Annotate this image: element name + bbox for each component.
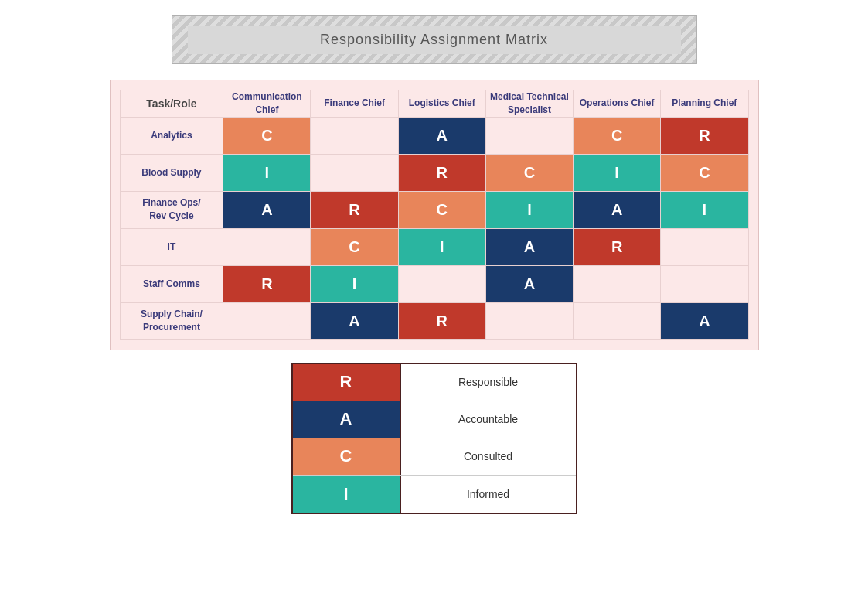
- col-header-4: Operations Chief: [574, 90, 661, 118]
- title-container: Responsibility Assignment Matrix: [172, 15, 697, 64]
- legend-label-a: Accountable: [401, 401, 576, 438]
- cell-2-5: I: [661, 191, 748, 228]
- cell-2-3: I: [485, 191, 573, 228]
- cell-5-1: A: [311, 302, 398, 339]
- cell-3-3: A: [485, 228, 573, 265]
- matrix-container: Task/Role Communication Chief Finance Ch…: [110, 80, 759, 350]
- legend-code-r: R: [293, 364, 401, 401]
- legend-label-r: Responsible: [401, 364, 576, 401]
- cell-5-0: [223, 302, 311, 339]
- legend-code-i: I: [293, 476, 401, 513]
- col-header-0: Communication Chief: [223, 90, 311, 118]
- cell-5-2: R: [398, 302, 485, 339]
- table-row: Supply Chain/ ProcurementARA: [120, 302, 748, 339]
- cell-1-3: C: [485, 154, 573, 191]
- cell-4-5: [661, 265, 748, 302]
- col-header-1: Finance Chief: [311, 90, 398, 118]
- cell-2-4: A: [574, 191, 661, 228]
- cell-2-2: C: [398, 191, 485, 228]
- table-row: Finance Ops/ Rev CycleARCIAI: [120, 191, 748, 228]
- cell-0-2: A: [398, 117, 485, 154]
- table-row: Blood SupplyIRCIC: [120, 154, 748, 191]
- cell-1-4: I: [574, 154, 661, 191]
- cell-3-2: I: [398, 228, 485, 265]
- cell-1-1: [311, 154, 398, 191]
- raci-table: Task/Role Communication Chief Finance Ch…: [120, 90, 749, 340]
- cell-2-1: R: [311, 191, 398, 228]
- legend-row-c: CConsulted: [293, 438, 576, 476]
- cell-0-4: C: [574, 117, 661, 154]
- cell-0-5: R: [661, 117, 748, 154]
- cell-1-0: I: [223, 154, 311, 191]
- legend-row-a: AAccountable: [293, 401, 576, 438]
- cell-2-0: A: [223, 191, 311, 228]
- row-label-3: IT: [120, 228, 223, 265]
- page-title: Responsibility Assignment Matrix: [320, 32, 548, 47]
- cell-3-1: C: [311, 228, 398, 265]
- table-row: Staff CommsRIA: [120, 265, 748, 302]
- cell-0-3: [485, 117, 573, 154]
- row-label-2: Finance Ops/ Rev Cycle: [120, 191, 223, 228]
- cell-0-1: [311, 117, 398, 154]
- cell-5-3: [485, 302, 573, 339]
- cell-4-3: A: [485, 265, 573, 302]
- cell-3-4: R: [574, 228, 661, 265]
- legend-container: RResponsibleAAccountableCConsultedIInfor…: [291, 363, 577, 514]
- legend-row-i: IInformed: [293, 476, 576, 513]
- row-label-4: Staff Comms: [120, 265, 223, 302]
- legend-label-i: Informed: [401, 476, 576, 513]
- cell-1-2: R: [398, 154, 485, 191]
- cell-4-4: [574, 265, 661, 302]
- table-row: ITCIAR: [120, 228, 748, 265]
- col-header-3: Medical Technical Specialist: [485, 90, 573, 118]
- row-label-1: Blood Supply: [120, 154, 223, 191]
- cell-5-4: [574, 302, 661, 339]
- cell-4-2: [398, 265, 485, 302]
- cell-0-0: C: [223, 117, 311, 154]
- legend-row-r: RResponsible: [293, 364, 576, 401]
- table-row: AnalyticsCACR: [120, 117, 748, 154]
- col-header-5: Planning Chief: [661, 90, 748, 118]
- cell-3-0: [223, 228, 311, 265]
- cell-4-0: R: [223, 265, 311, 302]
- cell-1-5: C: [661, 154, 748, 191]
- legend-code-a: A: [293, 401, 401, 438]
- legend-label-c: Consulted: [401, 438, 576, 475]
- col-header-2: Logistics Chief: [398, 90, 485, 118]
- task-role-header: Task/Role: [120, 90, 223, 118]
- legend-code-c: C: [293, 438, 401, 475]
- row-label-0: Analytics: [120, 117, 223, 154]
- cell-4-1: I: [311, 265, 398, 302]
- row-label-5: Supply Chain/ Procurement: [120, 302, 223, 339]
- cell-5-5: A: [661, 302, 748, 339]
- cell-3-5: [661, 228, 748, 265]
